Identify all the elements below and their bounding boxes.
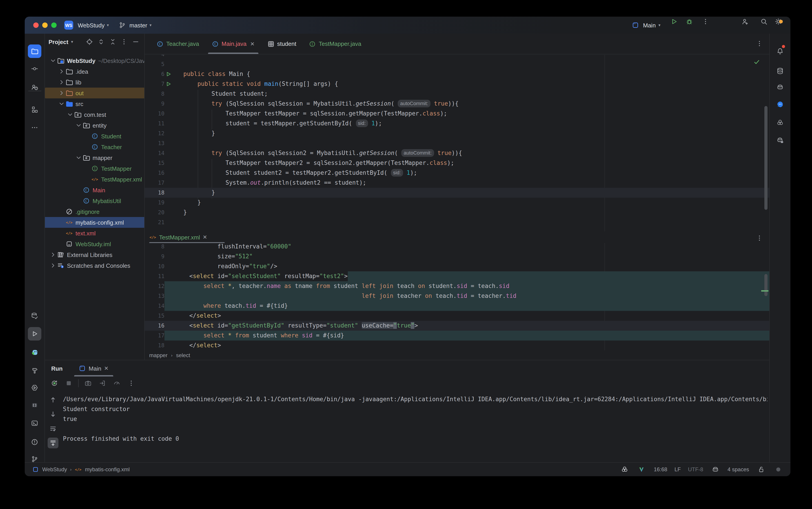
build-tool-icon[interactable] xyxy=(28,364,41,377)
editor-scrollbar[interactable] xyxy=(765,106,768,210)
more-tools-icon[interactable] xyxy=(28,121,41,134)
chevron-right-icon[interactable] xyxy=(49,262,57,269)
xml-tab-label[interactable]: TestMapper.xml xyxy=(159,234,200,241)
project-widget[interactable]: WebStudy▾ xyxy=(78,16,109,34)
crosshair-icon[interactable] xyxy=(85,37,94,47)
chevron-down-icon[interactable] xyxy=(49,57,57,64)
scroll-up-button[interactable] xyxy=(47,395,59,405)
run-tab-main[interactable]: Main ✕ xyxy=(74,360,113,376)
tab-student[interactable]: student xyxy=(261,34,302,54)
tree-item-lib[interactable]: lib xyxy=(45,77,145,88)
code-with-me-button[interactable] xyxy=(740,16,750,27)
console-output[interactable]: /Users/eve/Library/Java/JavaVirtualMachi… xyxy=(63,390,768,461)
terminal-tool-icon[interactable] xyxy=(28,416,41,430)
java-editor[interactable]: 456public class Main {7 public static vo… xyxy=(145,55,769,231)
more-actions-button[interactable] xyxy=(701,16,710,27)
commit-tool-icon[interactable] xyxy=(28,62,41,75)
pull-requests-tool-icon[interactable]: ? xyxy=(28,80,41,94)
tree-item-src[interactable]: src xyxy=(45,98,145,109)
settings-button[interactable] xyxy=(773,16,783,27)
run-tab-close-icon[interactable]: ✕ xyxy=(104,365,108,372)
chatgpt-tool-icon[interactable] xyxy=(773,116,787,129)
run-more-button[interactable] xyxy=(126,378,136,388)
xml-tab-options-icon[interactable] xyxy=(756,235,763,242)
run-button[interactable] xyxy=(669,16,679,27)
database-tool-icon[interactable] xyxy=(773,64,787,78)
tree-item-student[interactable]: CStudent xyxy=(45,131,145,141)
tab-options-icon[interactable] xyxy=(756,40,763,47)
tree-item-com-test[interactable]: com.test xyxy=(45,109,145,120)
inspection-ok-icon[interactable] xyxy=(753,58,760,66)
chevron-right-icon[interactable] xyxy=(58,79,65,86)
structure-tool-icon[interactable] xyxy=(28,103,41,116)
collapse2-icon[interactable] xyxy=(108,37,117,47)
run-tool-icon[interactable] xyxy=(28,327,41,341)
openai-status-icon[interactable] xyxy=(620,465,630,474)
run-line-icon[interactable] xyxy=(165,79,173,89)
tree-item-scratches-and-consoles[interactable]: Scratches and Consoles xyxy=(45,260,145,271)
todo-tool-icon[interactable] xyxy=(28,399,41,412)
tree-item-teacher[interactable]: CTeacher xyxy=(45,141,145,152)
problems-tool-icon[interactable] xyxy=(28,435,41,449)
xml-scrollbar[interactable] xyxy=(765,274,768,296)
caret-position[interactable]: 16:68 xyxy=(654,466,667,473)
tree-item-testmapper-xml[interactable]: </>TestMapper.xml xyxy=(45,174,145,184)
copilot-status-icon[interactable] xyxy=(710,465,720,474)
status-breadcrumb[interactable]: WebStudy › </> mybatis-config.xml xyxy=(32,465,130,474)
run-line-icon[interactable] xyxy=(165,69,173,79)
run-config-selector[interactable]: Main▾ xyxy=(631,16,661,34)
stop-button[interactable] xyxy=(64,378,74,388)
tab-close-icon[interactable]: ✕ xyxy=(250,41,255,47)
tree-item-mapper[interactable]: mapper xyxy=(45,152,145,163)
tree-item-mybatisutil[interactable]: CMybatisUtil xyxy=(45,196,145,206)
breadcrumb[interactable]: mapper › select xyxy=(145,350,769,360)
xml-editor[interactable]: 8 flushInterval="60000"9 size="512"10 re… xyxy=(145,243,769,350)
tree-item--gitignore[interactable]: .gitignore xyxy=(45,206,145,217)
chevron-down-icon[interactable] xyxy=(75,154,82,161)
file-encoding[interactable]: UTF-8 xyxy=(688,466,703,473)
profiler-tool-icon[interactable] xyxy=(28,381,41,395)
debug-button[interactable] xyxy=(684,16,694,27)
tree-item-out[interactable]: out xyxy=(45,88,145,98)
indent-config[interactable]: 4 spaces xyxy=(728,466,749,473)
ai-chat-tool-icon[interactable] xyxy=(773,98,787,111)
kebab-icon[interactable] xyxy=(119,37,129,47)
project-tool-icon[interactable] xyxy=(28,44,41,58)
thread-dump-button[interactable] xyxy=(83,378,93,388)
copilot-tool-icon[interactable] xyxy=(773,80,787,94)
chevron-right-icon[interactable] xyxy=(49,251,57,258)
dump-streams-button[interactable] xyxy=(98,378,107,388)
tree-item-webstudy[interactable]: WebStudy~/Desktop/CS/Jav xyxy=(45,55,145,66)
chevron-right-icon[interactable] xyxy=(58,68,65,75)
scroll-to-end-button[interactable] xyxy=(47,438,59,448)
copilot-chat-tool-icon[interactable] xyxy=(773,133,787,147)
line-separator[interactable]: LF xyxy=(675,466,681,473)
tab-teacher-java[interactable]: CTeacher.java xyxy=(150,34,205,54)
maximize-window-button[interactable] xyxy=(51,23,57,28)
plugin-owl-tool-icon[interactable] xyxy=(28,345,41,359)
services-tool-icon[interactable] xyxy=(28,309,41,323)
notifications-icon[interactable] xyxy=(773,44,787,58)
minimize-window-button[interactable] xyxy=(42,23,47,28)
tab-testmapper-java[interactable]: ITestMapper.java xyxy=(303,34,368,54)
tree-item-main[interactable]: CMain xyxy=(45,184,145,196)
scroll-down-button[interactable] xyxy=(47,409,59,419)
tree-item--idea[interactable]: .idea xyxy=(45,66,145,77)
rerun-button[interactable] xyxy=(49,378,59,388)
close-window-button[interactable] xyxy=(33,23,39,28)
chevron-down-icon[interactable] xyxy=(67,111,74,118)
branch-widget[interactable]: master▾ xyxy=(117,16,151,34)
expand2-icon[interactable] xyxy=(96,37,106,47)
chevron-down-icon[interactable] xyxy=(75,122,82,129)
tab-main-java[interactable]: CMain.java✕ xyxy=(205,34,261,54)
tree-item-external-libraries[interactable]: External Libraries xyxy=(45,249,145,260)
chevron-right-icon[interactable] xyxy=(58,90,65,97)
tree-item-text-xml[interactable]: </>text.xml xyxy=(45,228,145,239)
unlock-icon[interactable] xyxy=(756,465,766,474)
profiler-button[interactable] xyxy=(112,378,122,388)
tree-item-testmapper[interactable]: ITestMapper xyxy=(45,163,145,174)
minus-icon[interactable] xyxy=(131,37,141,47)
soft-wrap-button[interactable] xyxy=(47,423,59,434)
tree-item-entity[interactable]: entity xyxy=(45,120,145,131)
tree-item-mybatis-config-xml[interactable]: </>mybatis-config.xml xyxy=(45,217,145,228)
